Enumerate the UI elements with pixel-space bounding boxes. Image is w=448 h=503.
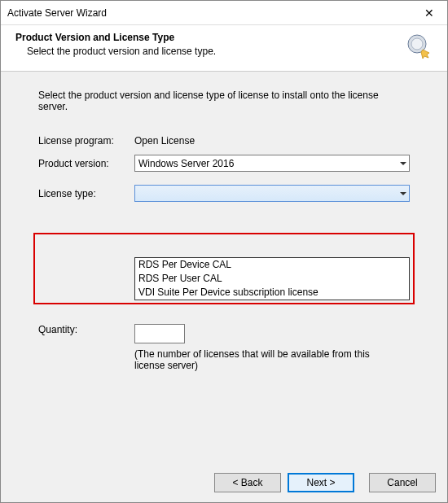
close-button[interactable]: ✕ bbox=[411, 1, 447, 24]
product-version-selected: Windows Server 2016 bbox=[138, 158, 234, 169]
license-type-row: License type: bbox=[38, 185, 410, 202]
license-program-label: License program: bbox=[38, 135, 134, 147]
dropdown-option[interactable]: VDI Suite Per Device subscription licens… bbox=[135, 286, 409, 300]
quantity-row: Quantity: bbox=[38, 324, 410, 343]
wizard-footer: < Back Next > Cancel bbox=[1, 463, 447, 502]
next-button[interactable]: Next > bbox=[288, 473, 354, 492]
certificate-icon bbox=[405, 33, 433, 61]
titlebar: Activate Server Wizard ✕ bbox=[1, 1, 447, 25]
product-version-dropdown[interactable]: Windows Server 2016 bbox=[134, 155, 410, 172]
quantity-label: Quantity: bbox=[38, 324, 134, 335]
header-title: Product Version and License Type bbox=[15, 32, 397, 43]
chevron-down-icon bbox=[400, 162, 406, 165]
license-type-dropdown-list: RDS Per Device CAL RDS Per User CAL VDI … bbox=[134, 257, 410, 300]
dropdown-option[interactable]: RDS Per Device CAL bbox=[135, 258, 409, 272]
back-button[interactable]: < Back bbox=[214, 473, 281, 492]
quantity-help-text: (The number of licenses that will be ava… bbox=[134, 348, 395, 371]
license-type-dropdown[interactable] bbox=[134, 185, 410, 202]
quantity-input[interactable] bbox=[134, 324, 185, 343]
dropdown-option[interactable]: RDS Per User CAL bbox=[135, 272, 409, 286]
license-program-value: Open License bbox=[134, 135, 195, 147]
product-version-label: Product version: bbox=[38, 158, 134, 169]
wizard-window: Activate Server Wizard ✕ Product Version… bbox=[0, 0, 448, 503]
svg-point-1 bbox=[411, 38, 423, 50]
license-program-row: License program: Open License bbox=[38, 135, 410, 147]
intro-text: Select the product version and license t… bbox=[38, 90, 410, 112]
header-subtitle: Select the product version and license t… bbox=[27, 46, 397, 57]
chevron-down-icon bbox=[400, 192, 406, 195]
close-icon: ✕ bbox=[424, 7, 434, 20]
window-title: Activate Server Wizard bbox=[7, 7, 107, 19]
wizard-content: Select the product version and license t… bbox=[1, 72, 447, 463]
header-text: Product Version and License Type Select … bbox=[15, 32, 397, 57]
cancel-button[interactable]: Cancel bbox=[369, 473, 436, 492]
license-type-label: License type: bbox=[38, 188, 134, 199]
product-version-row: Product version: Windows Server 2016 bbox=[38, 155, 410, 172]
wizard-header: Product Version and License Type Select … bbox=[1, 25, 447, 72]
